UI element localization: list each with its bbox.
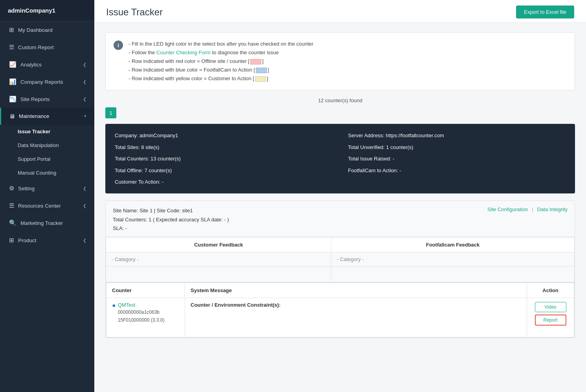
- table-row: ● QMTest 000000000a1c063b 15F010000000 (…: [107, 298, 574, 337]
- counter-checking-form-link[interactable]: Counter Checking Form: [156, 50, 211, 55]
- sidebar-item-dashboard[interactable]: ⊞ My Dashboard: [0, 21, 94, 39]
- product-icon: ⊞: [9, 237, 14, 244]
- summary-card: Company: adminCompany1 Server Address: h…: [105, 124, 575, 193]
- customer-feedback-empty: [106, 266, 331, 282]
- customer-category-placeholder: - Category -: [112, 256, 139, 262]
- info-content: - Fill in the LED light color in the sel…: [129, 40, 313, 83]
- video-button[interactable]: Video: [535, 302, 566, 312]
- constraint-label: Counter / Environment Constraint(s):: [191, 302, 521, 308]
- chevron-down-icon: ▾: [84, 114, 86, 119]
- sidebar-item-label: Marketing Tracker: [20, 220, 63, 226]
- link-divider: |: [532, 206, 533, 212]
- summary-customer-action: Customer To Action: -: [115, 177, 332, 186]
- site-card-info: Site Name: Site 1 | Site Code: site1 Tot…: [113, 206, 229, 232]
- data-integrity-link[interactable]: Data Integrity: [537, 206, 568, 212]
- system-message-col-header: System Message: [185, 283, 527, 298]
- sidebar-item-label: Company Reports: [20, 79, 63, 85]
- counters-found-label: 12 counter(s) found: [105, 98, 575, 103]
- info-line-4: - Row indicated with blue color = Footfa…: [129, 66, 313, 74]
- sidebar-subitem-issue-tracker[interactable]: Issue Tracker: [0, 125, 94, 138]
- footfallcam-feedback-empty: [331, 266, 575, 282]
- info-line-2: - Follow the Counter Checking Form to di…: [129, 48, 313, 57]
- subitem-label: Data Manipulation: [18, 142, 59, 148]
- counter-cell: ● QMTest 000000000a1c063b 15F010000000 (…: [107, 298, 185, 337]
- sidebar-item-site-reports[interactable]: 📉 Site Reports ❮: [0, 90, 94, 108]
- sidebar-item-label: Analytics: [20, 62, 42, 68]
- counter-name-link[interactable]: QMTest: [118, 302, 136, 308]
- pagination: 1: [105, 107, 575, 118]
- summary-company: Company: adminCompany1: [115, 131, 332, 140]
- summary-server: Server Address: https://footfallcounter.…: [348, 131, 566, 140]
- site-card-header: Site Name: Site 1 | Site Code: site1 Tot…: [106, 201, 575, 237]
- feedback-col-footfallcam: Footfallcam Feedback: [331, 237, 575, 252]
- page-title: Issue Tracker: [106, 7, 163, 18]
- sidebar-subitem-data-manipulation[interactable]: Data Manipulation: [0, 138, 94, 152]
- footfallcam-category-cell: - Category -: [331, 252, 575, 266]
- chevron-right-icon: ❮: [83, 79, 86, 85]
- footfallcam-category-placeholder: - Category -: [337, 256, 364, 262]
- counter-firmware: 15F010000000 (3.3.0): [118, 317, 165, 324]
- sidebar-item-label: Custom Report: [18, 44, 54, 50]
- company-reports-icon: 📊: [9, 78, 17, 85]
- analytics-icon: 📈: [9, 61, 17, 68]
- summary-total-unverified: Total Unverified: 1 counter(s): [348, 143, 566, 152]
- chevron-right-icon: ❮: [83, 186, 86, 191]
- resources-icon: ☰: [9, 202, 14, 209]
- dashboard-icon: ⊞: [9, 26, 14, 33]
- sidebar-subitem-support-portal[interactable]: Support Portal: [0, 152, 94, 166]
- site-card-links: Site Configuration | Data Integrity: [487, 206, 568, 212]
- export-button[interactable]: Export to Excel file: [516, 6, 574, 18]
- sidebar-item-setting[interactable]: ⚙ Setting ❮: [0, 180, 94, 197]
- counter-status-dot: ●: [112, 302, 116, 309]
- summary-footfallcam-action: FootfallCam to Action: -: [348, 166, 566, 175]
- info-line-1: - Fill in the LED light color in the sel…: [129, 40, 313, 48]
- sidebar-item-label: Site Reports: [20, 96, 50, 102]
- sidebar-item-label: Resources Center: [18, 203, 61, 209]
- maintenance-icon: 🖥: [9, 113, 15, 120]
- yellow-swatch: [255, 76, 266, 82]
- custom-report-icon: ☰: [9, 44, 14, 51]
- site-reports-icon: 📉: [9, 96, 17, 103]
- page-1-button[interactable]: 1: [105, 107, 116, 118]
- sidebar-item-product[interactable]: ⊞ Product ❮: [0, 232, 94, 249]
- sidebar-item-label: My Dashboard: [18, 27, 53, 33]
- sidebar-item-label: Product: [18, 237, 37, 243]
- info-icon: i: [114, 40, 123, 50]
- site-card: Site Name: Site 1 | Site Code: site1 Tot…: [105, 201, 575, 338]
- main-content: Issue Tracker Export to Excel file i - F…: [94, 0, 586, 392]
- site-name-code: Site Name: Site 1 | Site Code: site1: [113, 206, 229, 215]
- summary-total-counters: Total Counters: 13 counter(s): [115, 154, 332, 163]
- blue-swatch: [256, 68, 267, 73]
- info-line-3: - Row indicated with red color = Offline…: [129, 57, 313, 66]
- sidebar-item-company-reports[interactable]: 📊 Company Reports ❮: [0, 73, 94, 90]
- chevron-right-icon: ❮: [83, 62, 86, 67]
- sidebar-subitem-manual-counting[interactable]: Manual Counting: [0, 166, 94, 180]
- sidebar-item-label: Maintenance: [19, 113, 49, 119]
- feedback-table: Customer Feedback Footfallcam Feedback -…: [106, 237, 575, 282]
- sidebar-item-custom-report[interactable]: ☰ Custom Report: [0, 39, 94, 56]
- counter-col-header: Counter: [107, 283, 185, 298]
- topbar: Issue Tracker Export to Excel file: [94, 0, 586, 23]
- chevron-right-icon: ❮: [83, 97, 86, 102]
- red-swatch: [250, 59, 261, 64]
- site-configuration-link[interactable]: Site Configuration: [487, 206, 528, 212]
- content-area: i - Fill in the LED light color in the s…: [94, 23, 586, 392]
- maintenance-submenu: Issue Tracker Data Manipulation Support …: [0, 125, 94, 180]
- sidebar-item-maintenance[interactable]: 🖥 Maintenance ▾: [0, 108, 94, 125]
- sidebar-item-marketing-tracker[interactable]: 🔍 Marketing Tracker: [0, 214, 94, 232]
- site-sla: SLA: -: [113, 224, 229, 233]
- summary-total-offline: Total Offline: 7 counter(s): [115, 166, 332, 175]
- chevron-right-icon: ❮: [83, 238, 86, 243]
- sidebar: adminCompany1 ⊞ My Dashboard ☰ Custom Re…: [0, 0, 94, 392]
- action-cell: Video Report: [527, 298, 574, 337]
- sidebar-item-analytics[interactable]: 📈 Analytics ❮: [0, 56, 94, 73]
- action-col-header: Action: [527, 283, 574, 298]
- counter-table: Counter System Message Action ● QMT: [106, 283, 574, 337]
- subitem-label: Manual Counting: [18, 170, 56, 176]
- report-button[interactable]: Report: [535, 315, 566, 326]
- sidebar-item-label: Setting: [18, 186, 35, 191]
- constraint-value: [191, 309, 521, 333]
- subitem-label: Support Portal: [18, 156, 50, 162]
- sidebar-item-resources-center[interactable]: ☰ Resources Center ❮: [0, 197, 94, 214]
- counter-section: Counter System Message Action ● QMT: [106, 282, 575, 338]
